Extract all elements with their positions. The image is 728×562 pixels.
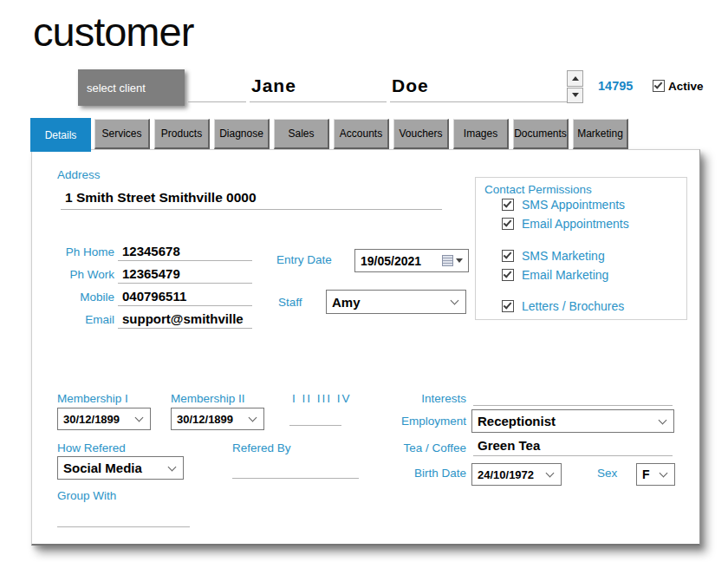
letters-brochures-label: Letters / Brochures [522, 299, 624, 313]
address-label: Address [57, 168, 101, 181]
chevron-down-icon [451, 297, 459, 305]
ph-work-value: 12365479 [118, 266, 180, 283]
ph-home-field[interactable]: 12345678 [118, 240, 252, 261]
tab-sales[interactable]: Sales [274, 119, 329, 149]
letters-brochures-row[interactable]: Letters / Brochures [502, 299, 624, 313]
refered-by-label: Refered By [232, 441, 291, 454]
group-with-label: Group With [57, 489, 116, 502]
membership-levels-field[interactable] [289, 425, 341, 426]
email-field[interactable]: support@smithville [118, 308, 252, 329]
employment-label: Employment [371, 415, 466, 428]
interests-field[interactable] [473, 405, 673, 406]
staff-dropdown[interactable]: Amy [326, 290, 466, 314]
membership2-label: Membership II [171, 392, 245, 405]
checkmark-icon [654, 80, 663, 88]
tab-details[interactable]: Details [30, 118, 91, 152]
sex-value: F [637, 467, 657, 481]
checkmark-icon [504, 199, 512, 207]
email-label: Email [57, 313, 114, 326]
tab-diagnose[interactable]: Diagnose [214, 119, 270, 149]
sms-appointments-label: SMS Appointments [522, 198, 625, 212]
ph-work-label: Ph Work [57, 268, 114, 281]
membership1-value: 30/12/1899 [58, 413, 133, 426]
ph-home-value: 12345678 [118, 244, 180, 260]
sms-marketing-label: SMS Marketing [522, 249, 605, 263]
birth-date-value: 24/10/1972 [472, 468, 543, 481]
tab-documents[interactable]: Documents [513, 119, 569, 149]
page-title: customer [33, 9, 193, 56]
active-label: Active [668, 80, 704, 93]
membership1-label: Membership I [57, 392, 128, 405]
checkmark-icon [504, 300, 512, 309]
employment-value: Receptionist [472, 414, 656, 428]
sex-label: Sex [597, 467, 617, 480]
ph-work-field[interactable]: 12365479 [118, 263, 252, 284]
tea-coffee-label: Tea / Coffee [371, 441, 466, 454]
refered-by-field[interactable] [232, 478, 359, 479]
contact-permissions-title: Contact Permissions [484, 183, 592, 196]
first-name-value: Jane [250, 75, 296, 101]
chevron-down-icon [546, 469, 555, 478]
address-field[interactable]: 1 Smith Street Smithville 0000 [61, 185, 442, 210]
membership1-dropdown[interactable]: 30/12/1899 [57, 408, 151, 430]
tab-marketing[interactable]: Marketing [573, 119, 628, 149]
address-value: 1 Smith Street Smithville 0000 [61, 190, 257, 209]
dropdown-arrow-icon [456, 258, 463, 263]
client-id: 14795 [598, 69, 633, 102]
checkmark-icon [504, 250, 512, 258]
tab-vouchers[interactable]: Vouchers [393, 119, 449, 149]
mobile-field[interactable]: 040796511 [118, 285, 252, 306]
tab-products[interactable]: Products [154, 119, 210, 149]
membership-levels-label: I II III IV [292, 392, 352, 405]
spinner-up-button[interactable] [567, 70, 583, 87]
first-name-field[interactable]: Jane [250, 69, 387, 102]
email-appointments-label: Email Appointments [522, 217, 629, 231]
calendar-icon [442, 255, 453, 266]
select-client-button[interactable]: select client [78, 69, 185, 106]
entry-date-picker[interactable]: 19/05/2021 [354, 249, 469, 272]
how-refered-value: Social Media [58, 461, 166, 475]
interests-label: Interests [371, 392, 466, 405]
last-name-field[interactable]: Doe [390, 69, 568, 102]
active-checkbox[interactable] [653, 80, 665, 92]
group-with-field[interactable] [57, 526, 190, 527]
entry-date-value: 19/05/2021 [355, 254, 442, 268]
tab-images[interactable]: Images [453, 119, 509, 149]
chevron-down-icon [660, 469, 668, 478]
sms-marketing-row[interactable]: SMS Marketing [502, 249, 605, 263]
spinner-down-button[interactable] [567, 88, 583, 104]
employment-dropdown[interactable]: Receptionist [471, 409, 674, 433]
how-refered-label: How Refered [57, 441, 126, 454]
how-refered-dropdown[interactable]: Social Media [57, 456, 184, 480]
sex-dropdown[interactable]: F [636, 463, 675, 486]
birth-date-dropdown[interactable]: 24/10/1972 [471, 463, 562, 486]
chevron-down-icon [168, 462, 177, 471]
email-marketing-row[interactable]: Email Marketing [502, 268, 608, 282]
email-marketing-checkbox[interactable] [502, 269, 514, 281]
mobile-value: 040796511 [118, 289, 186, 305]
chevron-down-icon [249, 414, 257, 422]
sms-appointments-row[interactable]: SMS Appointments [502, 198, 625, 212]
email-marketing-label: Email Marketing [522, 268, 608, 282]
email-appointments-checkbox[interactable] [502, 218, 514, 230]
active-checkbox-group[interactable]: Active [653, 69, 704, 102]
tab-accounts[interactable]: Accounts [334, 119, 389, 149]
sms-appointments-checkbox[interactable] [502, 199, 514, 211]
membership2-dropdown[interactable]: 30/12/1899 [171, 408, 264, 430]
membership2-value: 30/12/1899 [172, 413, 246, 426]
sms-marketing-checkbox[interactable] [502, 250, 514, 262]
staff-value: Amy [327, 295, 448, 310]
chevron-down-icon [659, 415, 667, 424]
tab-services[interactable]: Services [94, 119, 150, 149]
letters-brochures-checkbox[interactable] [502, 300, 514, 312]
checkmark-icon [504, 218, 512, 226]
tea-coffee-value: Green Tea [473, 438, 540, 455]
tea-coffee-field[interactable]: Green Tea [473, 436, 673, 456]
down-arrow-icon [572, 93, 579, 97]
ph-home-label: Ph Home [57, 245, 114, 258]
email-value: support@smithville [118, 311, 244, 328]
client-title-field[interactable] [188, 69, 246, 102]
email-appointments-row[interactable]: Email Appointments [502, 217, 629, 231]
up-arrow-icon [572, 76, 579, 81]
staff-label: Staff [278, 296, 302, 309]
